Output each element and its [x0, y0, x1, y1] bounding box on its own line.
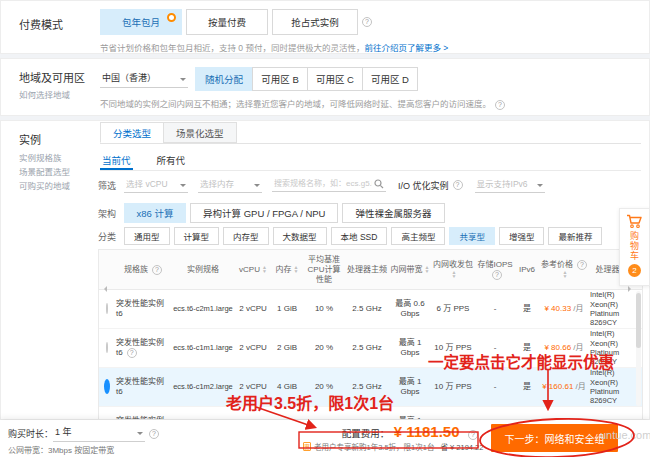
table-scrollbar-thumb[interactable] — [636, 293, 641, 348]
filter-label: 筛选 — [98, 179, 116, 192]
cat-compute[interactable]: 计算型 — [174, 227, 220, 245]
io-optimized-filter[interactable]: I/O 优化实例 — [398, 179, 463, 192]
tab-current-gen[interactable]: 当前代 — [100, 151, 133, 170]
zone-option-d[interactable]: 可用区 D — [362, 67, 418, 91]
payment-option-spot[interactable]: 抢占式实例 — [272, 9, 358, 35]
cell-ipv6: 是 — [515, 382, 539, 392]
ecs-purchase-page: 付费模式 包年包月 按量付费 抢占式实例 节省计划价格和包年包月相近，支持 0 … — [0, 0, 650, 457]
cell-iops: - — [475, 304, 515, 314]
row-radio[interactable] — [106, 342, 108, 353]
next-step-button[interactable]: 下一步：网络和安全组 — [491, 424, 618, 452]
cat-memory[interactable]: 内存型 — [223, 227, 269, 245]
arch-heterogeneous[interactable]: 异构计算 GPU / FPGA / NPU — [190, 203, 338, 223]
help-icon[interactable] — [577, 260, 587, 270]
purchasable-region-link[interactable]: 可购买的地域 — [19, 179, 70, 191]
help-icon[interactable] — [152, 265, 162, 275]
help-icon[interactable] — [362, 17, 372, 27]
memory-select[interactable]: 选择内存 — [198, 177, 262, 193]
sort-icon[interactable] — [452, 270, 457, 278]
ipv6-select[interactable]: 显示支持IPv6 — [475, 177, 545, 193]
cell-vcpu: 2 vCPU — [235, 304, 271, 314]
cat-latest[interactable]: 最新推荐 — [548, 227, 602, 245]
category-row: 分类 通用型 计算型 内存型 大数据型 本地 SSD 高主频型 共享型 增强型 … — [98, 227, 602, 245]
table-row[interactable]: 突发性能实例 t6 最高 1 Gbps Intel(R) Xeon(R) — [99, 407, 642, 420]
cat-shared[interactable]: 共享型 — [449, 227, 495, 245]
cat-highfreq[interactable]: 高主频型 — [391, 227, 445, 245]
tab-category-select[interactable]: 分类选型 — [100, 122, 164, 143]
category-label: 分类 — [98, 230, 116, 243]
payment-option-subscription[interactable]: 包年包月 — [100, 9, 182, 35]
search-icon[interactable] — [374, 179, 384, 189]
region-select[interactable]: 中国（香港） — [100, 71, 188, 88]
cell-vcpu: 2 vCPU — [235, 343, 271, 353]
region-note-text: 不同地域的实例之间内网互不相通；选择靠近您客户的地域，可降低网络时延、提高您客户… — [100, 99, 491, 109]
zone-label: 可用区 C — [316, 72, 354, 86]
help-icon[interactable] — [149, 429, 159, 439]
instance-family-link[interactable]: 实例规格族 — [19, 151, 62, 163]
zone-option-b[interactable]: 可用区 B — [252, 67, 308, 91]
sort-icon[interactable] — [262, 265, 267, 273]
cart-count-badge: 2 — [628, 264, 641, 277]
spec-search-input[interactable] — [272, 179, 374, 191]
payment-mode-label: 付费模式 — [19, 16, 63, 32]
cat-bigdata[interactable]: 大数据型 — [273, 227, 327, 245]
table-row-selected[interactable]: 突发性能实例 t6 ecs.t6-c1m2.large 2 vCPU 4 GiB… — [99, 368, 642, 407]
zone-option-c[interactable]: 可用区 C — [307, 67, 363, 91]
help-icon[interactable] — [127, 348, 137, 358]
help-icon[interactable] — [495, 100, 505, 110]
footer-bar: 购买时长： 1 年 公网带宽：3Mbps 按固定带宽 配置费用： ¥ 1181.… — [0, 420, 650, 457]
tab-scenario-select[interactable]: 场景化选型 — [163, 122, 237, 143]
cat-label: 共享型 — [459, 230, 485, 242]
table-row[interactable]: 突发性能实例 t6 ecs.t6-c2m1.large 2 vCPU 1 GiB… — [99, 290, 642, 329]
cat-label: 增强型 — [509, 230, 535, 242]
cell-price: ¥ 80.66 /月 — [539, 343, 589, 353]
zone-option-random[interactable]: 随机分配 — [195, 67, 253, 91]
cell-spec: ecs.t6-c1m2.large — [171, 382, 235, 391]
cell-family: 突发性能实例 t6 — [115, 338, 171, 358]
col-price: 参考价格 — [539, 260, 589, 280]
promo-ticket-icon — [303, 442, 311, 451]
payment-note-link[interactable]: 前往介绍页了解更多 > — [364, 43, 448, 53]
bandwidth-note: 公网带宽：3Mbps 按固定带宽 — [8, 444, 114, 455]
cell-bandwidth: 最高 1 Gbps — [389, 338, 431, 358]
cat-general[interactable]: 通用型 — [124, 227, 170, 245]
arch-x86[interactable]: x86 计算 — [124, 203, 186, 223]
vcpu-select[interactable]: 选择 vCPU — [124, 177, 188, 193]
duration-group: 购买时长： 1 年 — [8, 425, 159, 442]
col-vcpu: vCPU — [235, 265, 271, 275]
tab-all-gen[interactable]: 所有代 — [155, 151, 188, 170]
arch-row: 架构 x86 计算 异构计算 GPU / FPGA / NPU 弹性裸金属服务器 — [98, 203, 445, 223]
cart-widget[interactable]: 购物车 2 — [619, 208, 650, 286]
cost-label: 配置费用： — [342, 428, 390, 439]
spec-search — [272, 179, 386, 192]
scenario-config-link[interactable]: 场景配置选型 — [19, 165, 70, 177]
scroll-left-icon[interactable] — [101, 286, 107, 292]
sort-icon[interactable] — [294, 265, 299, 273]
table-row[interactable]: 突发性能实例 t6 ecs.t6-c1m1.large 2 vCPU 2 GiB… — [99, 329, 642, 368]
cat-label: 内存型 — [233, 230, 259, 242]
sort-icon[interactable] — [563, 270, 568, 278]
promo-line: 老用户专享新购1年3.5折，限1次1台 省 ¥ 2194.22 — [303, 441, 475, 452]
cat-localssd[interactable]: 本地 SSD — [331, 227, 388, 245]
scroll-right-icon[interactable] — [628, 286, 634, 292]
payment-option-payg[interactable]: 按量付费 — [186, 9, 268, 35]
help-icon — [453, 180, 463, 190]
cell-freq: 2.5 GHz — [345, 382, 389, 392]
region-howto-link[interactable]: 如何选择地域 — [19, 88, 70, 100]
discount-ring-icon — [167, 13, 176, 22]
cell-family: 突发性能实例 t6 — [115, 377, 171, 397]
arch-option-label: x86 计算 — [137, 206, 174, 220]
cell-bandwidth: 最高 0.6 Gbps — [389, 299, 431, 319]
table-scrollbar[interactable] — [636, 291, 641, 406]
cat-enhanced[interactable]: 增强型 — [499, 227, 545, 245]
sort-icon[interactable] — [425, 265, 430, 273]
duration-select[interactable]: 1 年 — [53, 425, 145, 442]
arch-baremetal[interactable]: 弹性裸金属服务器 — [342, 203, 444, 223]
row-radio-selected[interactable] — [104, 379, 110, 394]
col-mem: 内存 — [271, 265, 303, 275]
row-radio[interactable] — [106, 303, 108, 314]
help-icon[interactable] — [468, 430, 478, 440]
payment-option-label: 包年包月 — [122, 15, 160, 29]
col-bandwidth: 内网带宽 — [389, 265, 431, 275]
help-icon[interactable] — [492, 270, 502, 280]
